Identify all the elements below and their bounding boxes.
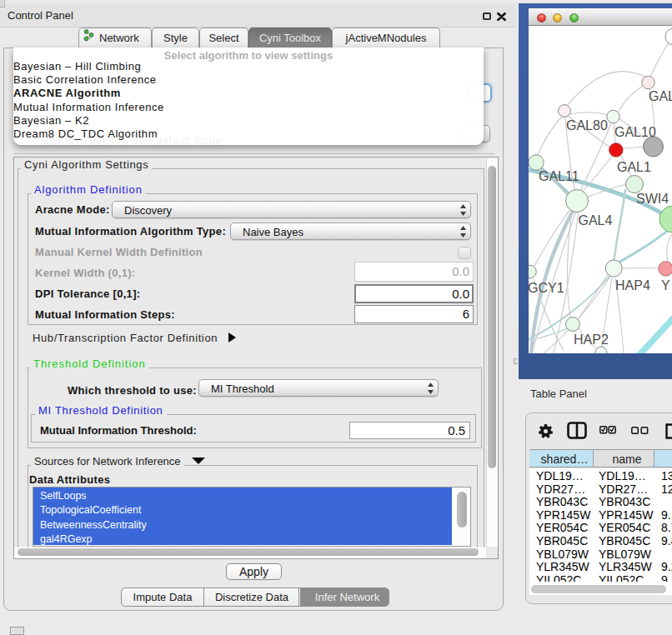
svg-text:HAP4: HAP4 <box>615 278 650 292</box>
svg-text:GAL10: GAL10 <box>614 125 656 139</box>
svg-text:GAL11: GAL11 <box>539 169 579 183</box>
svg-text:GAL4: GAL4 <box>579 213 613 228</box>
svg-text:GAL80: GAL80 <box>566 118 608 132</box>
svg-text:GAL7: GAL7 <box>649 89 672 103</box>
svg-text:GAL1: GAL1 <box>617 160 651 174</box>
svg-text:SWI4: SWI4 <box>636 192 669 206</box>
svg-text:Y: Y <box>661 278 670 292</box>
svg-text:GCY1: GCY1 <box>529 281 564 295</box>
svg-text:HAP2: HAP2 <box>574 332 609 347</box>
